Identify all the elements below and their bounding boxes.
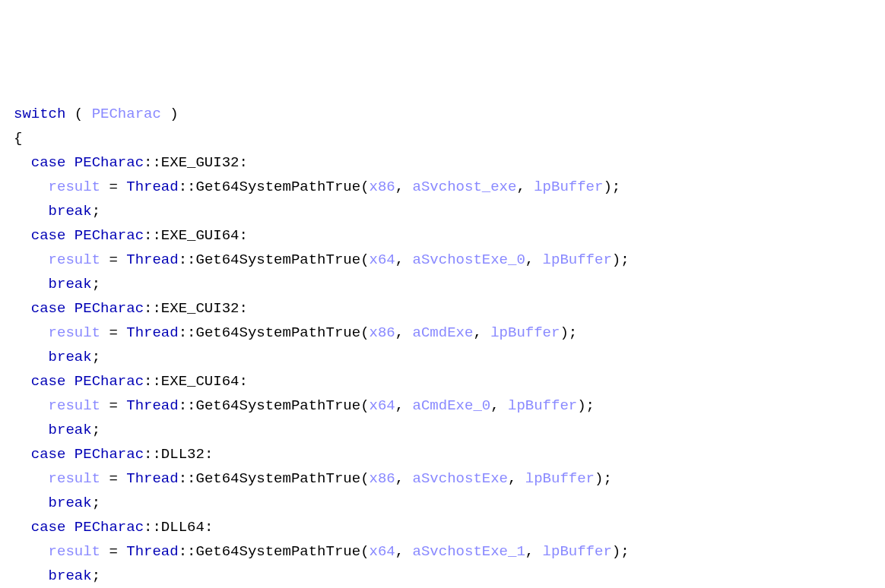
keyword-case: case bbox=[31, 519, 66, 536]
line: result = Thread::Get64SystemPathTrue(x64… bbox=[14, 543, 630, 560]
keyword-break: break bbox=[49, 495, 92, 511]
line: result = Thread::Get64SystemPathTrue(x64… bbox=[14, 397, 595, 414]
keyword-break: break bbox=[49, 203, 92, 220]
line: case PECharac::EXE_GUI32: bbox=[14, 154, 248, 171]
line: break; bbox=[14, 203, 100, 220]
line: case PECharac::EXE_GUI64: bbox=[14, 227, 248, 244]
enum-value: EXE_GUI32 bbox=[161, 154, 239, 171]
enum-scope: PECharac bbox=[75, 227, 144, 244]
arg2: aSvchostExe_0 bbox=[413, 251, 525, 268]
enum-scope: PECharac bbox=[75, 519, 144, 536]
line: result = Thread::Get64SystemPathTrue(x64… bbox=[14, 251, 630, 268]
class-scope: Thread bbox=[126, 543, 178, 560]
keyword-case: case bbox=[31, 446, 66, 463]
keyword-break: break bbox=[49, 349, 92, 365]
function-name: Get64SystemPathTrue bbox=[195, 543, 360, 560]
arg3: lpBuffer bbox=[543, 543, 612, 560]
result-var: result bbox=[49, 397, 100, 414]
line: case PECharac::EXE_CUI64: bbox=[14, 373, 248, 390]
keyword-switch: switch bbox=[14, 106, 65, 122]
enum-value: DLL64 bbox=[161, 519, 205, 536]
scope-op: :: bbox=[179, 397, 196, 414]
scope-op: :: bbox=[144, 446, 161, 463]
arg2: aCmdExe_0 bbox=[413, 397, 491, 414]
result-var: result bbox=[49, 251, 100, 268]
class-scope: Thread bbox=[126, 179, 178, 195]
keyword-case: case bbox=[31, 300, 66, 317]
equals: = bbox=[109, 179, 117, 195]
result-var: result bbox=[49, 543, 100, 560]
scope-op: :: bbox=[179, 543, 196, 560]
equals: = bbox=[109, 324, 117, 341]
keyword-break: break bbox=[49, 276, 92, 292]
class-scope: Thread bbox=[126, 397, 178, 414]
line: break; bbox=[14, 495, 100, 511]
arg1: x64 bbox=[370, 251, 395, 268]
function-name: Get64SystemPathTrue bbox=[195, 470, 360, 487]
enum-scope: PECharac bbox=[75, 446, 144, 463]
scope-op: :: bbox=[144, 373, 161, 390]
arg3: lpBuffer bbox=[543, 251, 612, 268]
class-scope: Thread bbox=[126, 324, 178, 341]
scope-op: :: bbox=[144, 300, 161, 317]
equals: = bbox=[109, 543, 117, 560]
scope-op: :: bbox=[179, 179, 196, 195]
result-var: result bbox=[49, 179, 100, 195]
result-var: result bbox=[49, 324, 100, 341]
line: break; bbox=[14, 349, 100, 365]
arg2: aSvchostExe_1 bbox=[413, 543, 525, 560]
scope-op: :: bbox=[144, 154, 161, 171]
code-block: switch ( PECharac ) { case PECharac::EXE… bbox=[14, 102, 871, 588]
arg3: lpBuffer bbox=[490, 324, 560, 341]
equals: = bbox=[109, 470, 117, 487]
keyword-break: break bbox=[49, 422, 92, 438]
line: break; bbox=[14, 422, 100, 438]
line: result = Thread::Get64SystemPathTrue(x86… bbox=[14, 179, 620, 195]
line: switch ( PECharac ) bbox=[14, 106, 179, 122]
scope-op: :: bbox=[144, 519, 161, 536]
keyword-break: break bbox=[49, 567, 92, 584]
scope-op: :: bbox=[179, 324, 196, 341]
keyword-case: case bbox=[31, 154, 66, 171]
switch-variable: PECharac bbox=[92, 106, 161, 122]
arg3: lpBuffer bbox=[534, 179, 603, 195]
scope-op: :: bbox=[179, 251, 196, 268]
keyword-case: case bbox=[31, 373, 66, 390]
result-var: result bbox=[49, 470, 100, 487]
arg1: x64 bbox=[370, 397, 395, 414]
function-name: Get64SystemPathTrue bbox=[195, 179, 360, 195]
arg3: lpBuffer bbox=[525, 470, 595, 487]
scope-op: :: bbox=[179, 470, 196, 487]
enum-scope: PECharac bbox=[75, 373, 144, 390]
line: case PECharac::DLL32: bbox=[14, 446, 213, 463]
enum-value: EXE_GUI64 bbox=[161, 227, 239, 244]
arg1: x86 bbox=[370, 179, 395, 195]
line: break; bbox=[14, 276, 100, 292]
line: case PECharac::EXE_CUI32: bbox=[14, 300, 248, 317]
arg2: aSvchost_exe bbox=[413, 179, 517, 195]
keyword-case: case bbox=[31, 227, 66, 244]
equals: = bbox=[109, 397, 117, 414]
class-scope: Thread bbox=[126, 251, 178, 268]
enum-value: EXE_CUI64 bbox=[161, 373, 239, 390]
enum-scope: PECharac bbox=[75, 300, 144, 317]
line: case PECharac::DLL64: bbox=[14, 519, 213, 536]
arg1: x86 bbox=[370, 470, 395, 487]
arg2: aCmdExe bbox=[413, 324, 474, 341]
class-scope: Thread bbox=[126, 470, 178, 487]
function-name: Get64SystemPathTrue bbox=[195, 251, 360, 268]
enum-value: EXE_CUI32 bbox=[161, 300, 239, 317]
function-name: Get64SystemPathTrue bbox=[195, 324, 360, 341]
enum-value: DLL32 bbox=[161, 446, 205, 463]
equals: = bbox=[109, 251, 117, 268]
line: { bbox=[14, 130, 22, 147]
line: result = Thread::Get64SystemPathTrue(x86… bbox=[14, 324, 577, 341]
line: result = Thread::Get64SystemPathTrue(x86… bbox=[14, 470, 612, 487]
arg2: aSvchostExe bbox=[413, 470, 508, 487]
arg3: lpBuffer bbox=[508, 397, 577, 414]
line: break; bbox=[14, 567, 100, 584]
enum-scope: PECharac bbox=[75, 154, 144, 171]
arg1: x64 bbox=[370, 543, 395, 560]
function-name: Get64SystemPathTrue bbox=[195, 397, 360, 414]
scope-op: :: bbox=[144, 227, 161, 244]
